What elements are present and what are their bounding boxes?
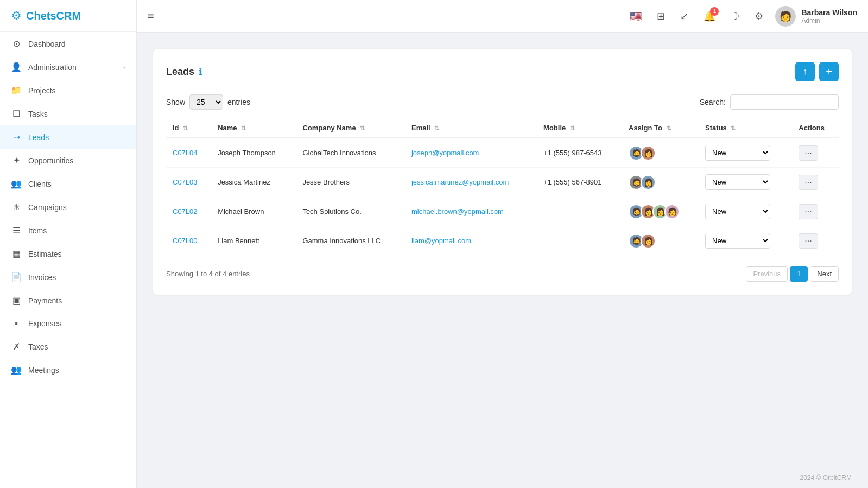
grid-icon[interactable]: ⊞ — [654, 7, 668, 26]
lead-email[interactable]: liam@yopmail.com — [411, 237, 471, 245]
sidebar-item-expenses[interactable]: ▪ Expenses — [0, 312, 136, 335]
table-row: C07L03 Jessica Martinez Jesse Brothers j… — [166, 168, 839, 197]
lead-email[interactable]: joseph@yopmail.com — [411, 149, 479, 157]
sidebar-label-invoices: Invoices — [28, 273, 56, 282]
lead-mobile — [537, 197, 622, 226]
sort-mobile-icon[interactable]: ⇅ — [570, 125, 575, 131]
sidebar-item-invoices[interactable]: 📄 Invoices — [0, 265, 136, 289]
sidebar-nav: ⊙ Dashboard 👤 Administration › 📁 Project… — [0, 32, 136, 382]
col-actions: Actions — [792, 118, 839, 138]
col-status: Status ⇅ — [699, 118, 792, 138]
lead-email[interactable]: michael.brown@yopmail.com — [411, 207, 504, 216]
sidebar-label-dashboard: Dashboard — [28, 40, 66, 48]
notification-badge: 1 — [710, 7, 719, 16]
user-name: Barbara Wilson — [801, 8, 857, 17]
expand-icon[interactable]: ⤢ — [677, 7, 692, 26]
page-1-button[interactable]: 1 — [790, 266, 808, 282]
lead-email[interactable]: jessica.martinez@yopmail.com — [411, 178, 509, 186]
sort-email-icon[interactable]: ⇅ — [434, 125, 439, 131]
col-company: Company Name ⇅ — [296, 118, 405, 138]
col-name: Name ⇅ — [211, 118, 296, 138]
sort-status-icon[interactable]: ⇅ — [731, 125, 736, 131]
sidebar-item-meetings[interactable]: 👥 Meetings — [0, 358, 136, 382]
upload-button[interactable]: ↑ — [795, 62, 815, 81]
sort-company-icon[interactable]: ⇅ — [360, 125, 365, 131]
page-title: Leads — [166, 66, 194, 78]
entries-select[interactable]: 10 25 50 100 — [189, 94, 223, 110]
sidebar-item-administration[interactable]: 👤 Administration › — [0, 55, 136, 79]
status-select[interactable]: NewIn ProgressConvertedClosed — [705, 174, 770, 190]
table-row: C07L04 Joseph Thompson GlobalTech Innova… — [166, 138, 839, 168]
lead-name: Michael Brown — [211, 197, 296, 226]
hamburger-icon[interactable]: ≡ — [148, 10, 154, 22]
status-select[interactable]: NewIn ProgressConvertedClosed — [705, 145, 770, 161]
status-select[interactable]: NewIn ProgressConvertedClosed — [705, 204, 770, 219]
sidebar-item-opportunities[interactable]: ✦ Opportunities — [0, 149, 136, 172]
actions-button[interactable]: ··· — [799, 145, 818, 161]
actions-button[interactable]: ··· — [799, 204, 818, 219]
logo-icon: ⚙ — [11, 9, 22, 23]
sidebar-item-campaigns[interactable]: ✳ Campaigns — [0, 195, 136, 219]
flag-icon[interactable]: 🇺🇸 — [626, 7, 645, 26]
avatar: 🧑 — [775, 6, 796, 27]
payments-icon: ▣ — [11, 295, 22, 306]
lead-id[interactable]: C07L04 — [173, 149, 198, 157]
info-icon[interactable]: ℹ — [199, 67, 202, 77]
card-title: Leads ℹ — [166, 66, 202, 78]
next-button[interactable]: Next — [810, 266, 839, 282]
actions-button[interactable]: ··· — [799, 175, 818, 190]
table-row: C07L02 Michael Brown Tech Solutions Co. … — [166, 197, 839, 226]
lead-id[interactable]: C07L02 — [173, 207, 198, 216]
sidebar-item-taxes[interactable]: ✗ Taxes — [0, 335, 136, 358]
sort-id-icon[interactable]: ⇅ — [183, 125, 188, 131]
user-role: Admin — [801, 17, 857, 24]
taxes-icon: ✗ — [11, 341, 22, 352]
lead-id[interactable]: C07L03 — [173, 178, 198, 186]
avatar: 👩 — [641, 145, 656, 161]
table-controls: Show 10 25 50 100 entries Search: — [166, 94, 839, 110]
sidebar-label-expenses: Expenses — [28, 319, 61, 328]
lead-id[interactable]: C07L00 — [173, 237, 198, 245]
sidebar-item-dashboard[interactable]: ⊙ Dashboard — [0, 32, 136, 55]
sort-name-icon[interactable]: ⇅ — [241, 125, 246, 131]
sidebar-label-clients: Clients — [28, 180, 52, 188]
sidebar-item-items[interactable]: ☰ Items — [0, 219, 136, 242]
sidebar: ⚙ ChetsCRM ⊙ Dashboard 👤 Administration … — [0, 0, 137, 488]
user-profile[interactable]: 🧑 Barbara Wilson Admin — [775, 6, 857, 27]
projects-icon: 📁 — [11, 85, 22, 96]
avatar: 🧑 — [664, 204, 680, 219]
col-assign: Assign To ⇅ — [622, 118, 699, 138]
actions-button[interactable]: ··· — [799, 233, 818, 249]
sidebar-label-leads: Leads — [28, 133, 49, 142]
lead-company: Gamma Innovations LLC — [296, 226, 405, 256]
sidebar-label-tasks: Tasks — [28, 110, 48, 118]
dark-mode-icon[interactable]: ☽ — [727, 7, 743, 26]
sidebar-label-taxes: Taxes — [28, 343, 48, 351]
sort-assign-icon[interactable]: ⇅ — [667, 125, 671, 131]
notification-icon[interactable]: 🔔 1 — [700, 7, 719, 26]
previous-button[interactable]: Previous — [746, 266, 788, 282]
settings-icon[interactable]: ⚙ — [751, 7, 766, 26]
sidebar-item-tasks[interactable]: ☐ Tasks — [0, 102, 136, 125]
logo[interactable]: ⚙ ChetsCRM — [0, 0, 136, 32]
table-row: C07L00 Liam Bennett Gamma Innovations LL… — [166, 226, 839, 256]
opportunities-icon: ✦ — [11, 155, 22, 166]
sidebar-item-projects[interactable]: 📁 Projects — [0, 79, 136, 102]
add-button[interactable]: + — [819, 62, 839, 81]
lead-mobile — [537, 226, 622, 256]
sidebar-item-payments[interactable]: ▣ Payments — [0, 289, 136, 312]
card-actions: ↑ + — [795, 62, 839, 81]
sidebar-item-estimates[interactable]: ▦ Estimates — [0, 242, 136, 265]
logo-text: ChetsCRM — [26, 10, 81, 22]
showing-text: Showing 1 to 4 of 4 entries — [166, 270, 250, 278]
campaigns-icon: ✳ — [11, 202, 22, 212]
search-input[interactable] — [730, 94, 839, 110]
search-label: Search: — [700, 98, 726, 106]
sidebar-item-leads[interactable]: ⇢ Leads — [0, 125, 136, 149]
assign-avatars: 🧔👩👩🧑 — [629, 204, 692, 219]
pagination: Showing 1 to 4 of 4 entries Previous 1 N… — [166, 266, 839, 282]
sidebar-item-clients[interactable]: 👥 Clients — [0, 172, 136, 195]
lead-mobile: +1 (555) 987-6543 — [537, 138, 622, 168]
status-select[interactable]: NewIn ProgressConvertedClosed — [705, 233, 770, 249]
items-icon: ☰ — [11, 225, 22, 236]
